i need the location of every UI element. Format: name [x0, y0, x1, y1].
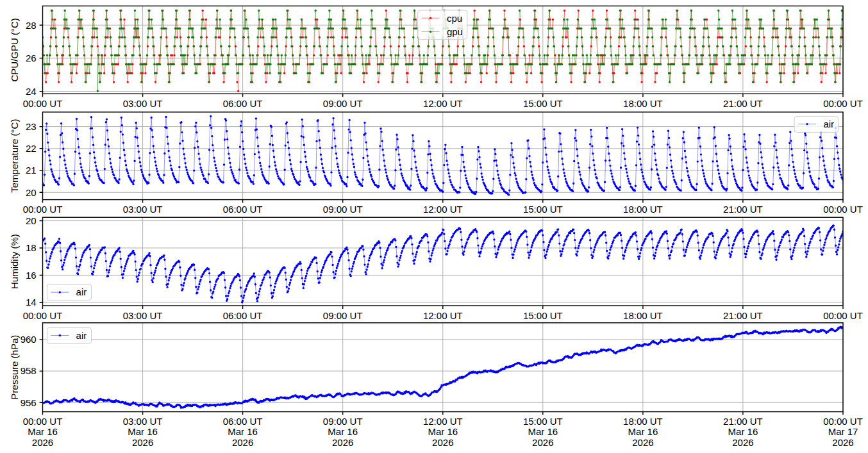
svg-text:gpu: gpu: [447, 26, 463, 37]
svg-text:00:00 UT: 00:00 UT: [23, 204, 63, 215]
svg-text:15:00 UT: 15:00 UT: [523, 310, 563, 321]
svg-text:960: 960: [21, 334, 37, 345]
svg-text:12:00 UT: 12:00 UT: [423, 204, 463, 215]
svg-text:21:00 UT: 21:00 UT: [723, 416, 763, 427]
svg-text:21:00 UT: 21:00 UT: [723, 98, 763, 109]
svg-text:18:00 UT: 18:00 UT: [623, 310, 663, 321]
svg-text:18:00 UT: 18:00 UT: [623, 98, 663, 109]
svg-text:956: 956: [21, 397, 37, 408]
svg-text:958: 958: [21, 365, 37, 376]
svg-text:2026: 2026: [532, 437, 553, 448]
svg-text:12:00 UT: 12:00 UT: [423, 416, 463, 427]
svg-text:06:00 UT: 06:00 UT: [223, 416, 263, 427]
svg-text:15:00 UT: 15:00 UT: [523, 204, 563, 215]
svg-text:12:00 UT: 12:00 UT: [423, 310, 463, 321]
svg-text:03:00 UT: 03:00 UT: [123, 98, 163, 109]
svg-text:2026: 2026: [132, 437, 153, 448]
svg-text:06:00 UT: 06:00 UT: [223, 310, 263, 321]
svg-text:00:00 UT: 00:00 UT: [23, 98, 63, 109]
svg-text:air: air: [823, 119, 834, 129]
svg-text:2026: 2026: [632, 437, 653, 448]
svg-text:09:00 UT: 09:00 UT: [323, 416, 363, 427]
svg-text:20: 20: [26, 187, 37, 198]
svg-text:24: 24: [26, 86, 37, 97]
svg-text:Mar 16: Mar 16: [428, 426, 458, 437]
svg-text:Mar 16: Mar 16: [328, 426, 358, 437]
svg-text:03:00 UT: 03:00 UT: [123, 310, 163, 321]
svg-text:15:00 UT: 15:00 UT: [523, 416, 563, 427]
svg-text:Mar 16: Mar 16: [528, 426, 558, 437]
svg-text:2026: 2026: [732, 437, 753, 448]
svg-text:Mar 16: Mar 16: [28, 426, 58, 437]
svg-text:Mar 16: Mar 16: [128, 426, 158, 437]
svg-text:09:00 UT: 09:00 UT: [323, 98, 363, 109]
svg-text:20: 20: [26, 215, 37, 226]
svg-text:00:00 UT: 00:00 UT: [823, 98, 863, 109]
svg-text:22: 22: [26, 143, 37, 154]
svg-text:2026: 2026: [432, 437, 453, 448]
svg-text:18:00 UT: 18:00 UT: [623, 204, 663, 215]
svg-text:Mar 17: Mar 17: [828, 426, 858, 437]
svg-text:15:00 UT: 15:00 UT: [523, 98, 563, 109]
svg-text:16: 16: [26, 270, 37, 281]
svg-text:2026: 2026: [332, 437, 353, 448]
svg-text:23: 23: [26, 121, 37, 132]
svg-text:26: 26: [26, 53, 37, 63]
svg-text:2026: 2026: [32, 437, 53, 448]
svg-text:03:00 UT: 03:00 UT: [123, 416, 163, 427]
svg-text:2026: 2026: [232, 437, 253, 448]
svg-text:12:00 UT: 12:00 UT: [423, 98, 463, 109]
svg-text:00:00 UT: 00:00 UT: [823, 416, 863, 427]
svg-text:14: 14: [26, 297, 37, 308]
svg-text:CPU/GPU (°C): CPU/GPU (°C): [9, 18, 20, 81]
svg-text:21:00 UT: 21:00 UT: [723, 204, 763, 215]
svg-text:Pressure (hPa): Pressure (hPa): [9, 335, 20, 400]
svg-text:03:00 UT: 03:00 UT: [123, 204, 163, 215]
svg-text:Mar 16: Mar 16: [628, 426, 658, 437]
svg-text:06:00 UT: 06:00 UT: [223, 204, 263, 215]
svg-text:00:00 UT: 00:00 UT: [823, 204, 863, 215]
svg-text:Humidity (%): Humidity (%): [9, 234, 20, 289]
svg-text:2026: 2026: [832, 437, 853, 448]
svg-text:00:00 UT: 00:00 UT: [23, 416, 63, 427]
svg-text:09:00 UT: 09:00 UT: [323, 310, 363, 321]
svg-text:Temperature (°C): Temperature (°C): [9, 119, 20, 193]
svg-text:28: 28: [26, 20, 37, 31]
svg-text:21:00 UT: 21:00 UT: [723, 310, 763, 321]
svg-text:air: air: [76, 286, 87, 297]
svg-text:00:00 UT: 00:00 UT: [23, 310, 63, 321]
svg-text:Mar 16: Mar 16: [228, 426, 258, 437]
svg-text:air: air: [76, 330, 87, 341]
svg-text:00:00 UT: 00:00 UT: [823, 310, 863, 321]
svg-text:Mar 16: Mar 16: [728, 426, 758, 437]
svg-text:18:00 UT: 18:00 UT: [623, 416, 663, 427]
svg-text:09:00 UT: 09:00 UT: [323, 204, 363, 215]
svg-text:21: 21: [26, 165, 37, 176]
svg-text:cpu: cpu: [447, 13, 462, 24]
svg-text:18: 18: [26, 242, 37, 253]
svg-text:06:00 UT: 06:00 UT: [223, 98, 263, 109]
